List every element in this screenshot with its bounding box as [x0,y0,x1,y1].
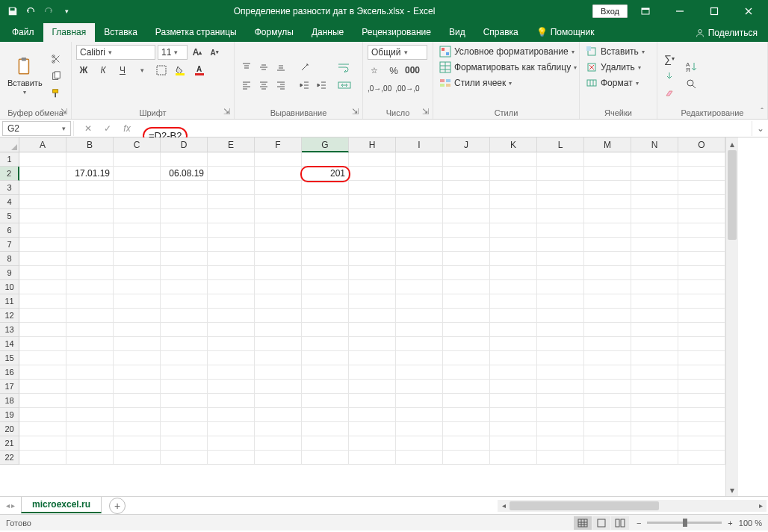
zoom-level[interactable]: 100 % [739,519,762,528]
insert-function-icon[interactable]: fx [119,121,135,136]
cell[interactable] [19,152,66,167]
cell[interactable] [678,394,725,408]
cell[interactable] [631,422,678,436]
cell[interactable] [114,280,161,294]
cell[interactable] [443,422,490,436]
column-header[interactable]: J [443,137,490,152]
orientation-icon[interactable] [297,60,312,75]
cell[interactable] [584,365,631,380]
cell[interactable] [208,351,255,365]
row-header[interactable]: 16 [0,365,19,380]
column-header[interactable]: G [302,137,349,152]
cell[interactable] [443,238,490,252]
cell[interactable] [208,394,255,408]
maximize-icon[interactable] [698,0,731,22]
cell[interactable] [161,266,208,280]
cell[interactable] [443,209,490,223]
cell[interactable] [349,380,396,394]
cell[interactable] [490,422,537,436]
column-header[interactable]: N [631,137,678,152]
cell[interactable] [631,337,678,351]
cell[interactable] [19,337,66,351]
cell[interactable] [631,380,678,394]
cell[interactable] [66,394,114,408]
cell[interactable] [631,280,678,294]
decrease-font-icon[interactable]: A▾ [207,45,222,60]
cell[interactable] [631,195,678,209]
cell[interactable] [208,209,255,223]
column-header[interactable]: I [396,137,443,152]
cell[interactable] [19,223,66,238]
cell[interactable] [584,422,631,436]
autosum-icon[interactable]: ∑▾ [662,52,677,66]
fill-color-icon[interactable] [173,63,188,78]
cell[interactable] [208,365,255,380]
cell[interactable] [161,380,208,394]
cell[interactable] [537,337,584,351]
cell[interactable] [396,252,443,266]
cell[interactable] [19,252,66,266]
align-bottom-icon[interactable] [273,60,288,75]
cell[interactable] [208,294,255,309]
cell[interactable] [443,223,490,238]
cell[interactable] [678,152,725,167]
cell[interactable] [490,238,537,252]
cell[interactable] [584,309,631,323]
decrease-decimal-icon[interactable]: ,00→,0 [395,81,419,96]
cell[interactable] [349,223,396,238]
cell[interactable] [537,436,584,451]
cell[interactable] [66,422,114,436]
column-header[interactable]: O [678,137,725,152]
cell[interactable] [537,280,584,294]
cell[interactable] [66,351,114,365]
cell[interactable] [678,280,725,294]
sort-filter-icon[interactable]: АЯ [684,60,699,75]
column-header[interactable]: M [584,137,631,152]
cell[interactable] [349,209,396,223]
cell[interactable] [302,323,349,337]
cell[interactable] [161,309,208,323]
dialog-launcher-icon[interactable]: ⇲ [350,107,359,116]
cell[interactable] [66,238,114,252]
scroll-down-icon[interactable]: ▾ [726,483,738,496]
merge-cells-icon[interactable] [337,78,352,93]
ribbon-display-options-icon[interactable] [629,0,662,22]
cell[interactable] [349,323,396,337]
cell[interactable] [631,181,678,195]
cell[interactable] [66,252,114,266]
cell[interactable] [396,238,443,252]
column-header[interactable]: L [537,137,584,152]
cell[interactable] [208,223,255,238]
horizontal-scrollbar[interactable]: ◂▸ [498,500,767,512]
cell[interactable] [66,323,114,337]
cell[interactable] [490,152,537,167]
cell[interactable] [537,152,584,167]
percent-icon[interactable]: % [386,63,401,78]
cell[interactable] [19,309,66,323]
cell[interactable] [584,266,631,280]
cell[interactable] [631,294,678,309]
cell[interactable] [349,451,396,465]
cell[interactable] [302,436,349,451]
cell[interactable] [443,451,490,465]
cell[interactable] [396,167,443,181]
cell[interactable] [490,337,537,351]
dialog-launcher-icon[interactable]: ⇲ [222,107,231,116]
row-header[interactable]: 17 [0,380,19,394]
cell[interactable] [678,337,725,351]
cell[interactable] [255,223,302,238]
column-headers[interactable]: ABCDEFGHIJKLMNO [19,137,725,152]
cell[interactable] [490,181,537,195]
cell[interactable] [66,451,114,465]
cut-icon[interactable] [49,52,64,66]
cell[interactable] [584,394,631,408]
cell[interactable] [114,195,161,209]
cell[interactable] [19,266,66,280]
cell[interactable] [208,152,255,167]
cell[interactable]: 06.08.19 [161,167,208,181]
column-header[interactable]: C [114,137,161,152]
cell[interactable] [302,195,349,209]
cell[interactable] [161,294,208,309]
align-right-icon[interactable] [273,78,288,93]
cell[interactable] [161,280,208,294]
